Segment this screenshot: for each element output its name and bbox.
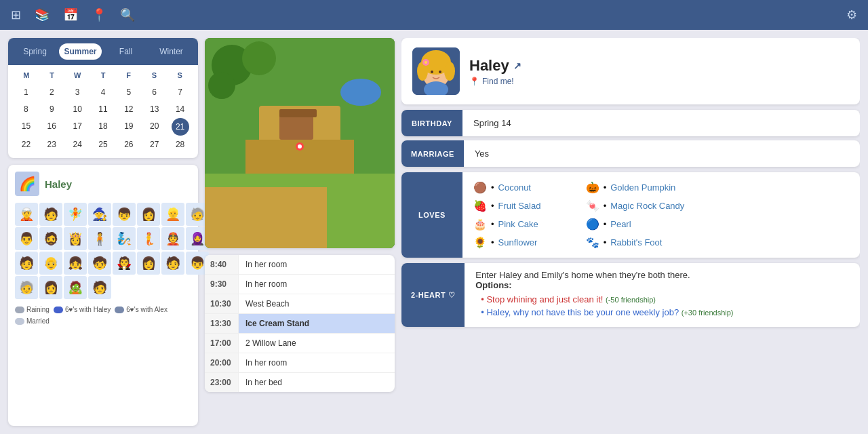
cal-day-17[interactable]: 17 [65,118,90,136]
find-me-link[interactable]: 📍 Find me! [469,77,521,86]
sprite-19[interactable]: 👧 [64,252,87,275]
day-name-s1: S [142,69,167,81]
loves-link-coconut[interactable]: Coconut [498,182,531,193]
svg-point-21 [444,62,455,81]
cal-day-15[interactable]: 15 [14,118,39,136]
season-tab-fall[interactable]: Fall [104,43,147,60]
legend-raining: Raining [15,306,50,313]
settings-icon[interactable]: ⚙ [846,8,857,22]
loves-link-pearl[interactable]: Pearl [610,219,631,229]
cal-day-19[interactable]: 19 [116,118,141,136]
legend-haley-hearts: 6♥'s with Haley [54,306,111,313]
loves-link-rabbits-foot[interactable]: Rabbit's Foot [610,237,662,248]
sprite-23[interactable]: 🧑 [161,252,184,275]
calendar-days: 1 2 3 4 5 6 7 8 9 10 11 12 13 14 15 16 1 [14,84,193,153]
option-2: • Haley, why not have this be your one w… [475,307,733,317]
external-link-icon[interactable]: ↗ [513,60,521,71]
legend-label-raining: Raining [26,306,50,313]
sprite-11[interactable]: 👸 [64,227,87,250]
sunflower-icon: 🌻 [473,236,487,249]
pearl-icon: 🔵 [586,218,599,231]
cal-day-13[interactable]: 13 [142,101,167,117]
loves-item-fruit-salad: 🍓 • Fruit Salad [473,197,572,214]
cal-day-11[interactable]: 11 [91,101,116,117]
search-icon[interactable]: 🔍 [120,7,135,22]
sprite-9[interactable]: 👨 [15,227,38,250]
sprite-26[interactable]: 👩 [39,276,62,299]
character-profile: Haley ↗ 📍 Find me! [401,38,860,104]
loves-link-sunflower[interactable]: Sunflower [498,237,538,248]
day-name-f: F [116,69,142,81]
cal-day-4[interactable]: 4 [91,84,116,100]
character-legend: Raining 6♥'s with Haley 6♥'s with Alex M… [15,306,191,325]
sprite-6[interactable]: 👩 [137,203,160,226]
loves-link-pink-cake[interactable]: Pink Cake [498,219,538,229]
schedule-row-2000: 20:00 In her room [205,353,395,373]
sprite-5[interactable]: 👦 [113,203,136,226]
loves-link-golden-pumpkin[interactable]: Golden Pumpkin [610,182,675,193]
cal-day-23[interactable]: 23 [39,136,64,153]
cal-day-28[interactable]: 28 [167,136,193,153]
cal-day-27[interactable]: 27 [142,136,167,153]
cal-day-14[interactable]: 14 [167,101,193,117]
sprite-14[interactable]: 🧜 [137,227,160,250]
sprite-2[interactable]: 🧑 [39,203,62,226]
svg-point-23 [439,71,441,73]
cal-day-18[interactable]: 18 [91,118,116,136]
cal-day-25[interactable]: 25 [91,136,116,153]
map-container[interactable] [205,38,395,248]
sprite-7[interactable]: 👱 [161,203,184,226]
sprite-1[interactable]: 🧝 [15,203,38,226]
schedule-row-840: 8:40 In her room [205,255,395,275]
season-tab-winter[interactable]: Winter [150,43,193,60]
season-tab-spring[interactable]: Spring [14,43,56,60]
day-name-t2: T [90,69,116,81]
character-header: 🌈 Haley [15,172,191,196]
option-1-modifier: (-50 friendship) [606,296,656,304]
cal-day-7[interactable]: 7 [167,84,193,100]
cal-day-22[interactable]: 22 [14,136,39,153]
schedule-loc-2300: In her bed [239,373,395,392]
cal-day-20[interactable]: 20 [142,118,167,136]
sprite-17[interactable]: 🧑 [15,252,38,275]
cal-day-21-today[interactable]: 21 [172,118,189,136]
cal-day-5[interactable]: 5 [116,84,141,100]
cal-day-24[interactable]: 24 [65,136,90,153]
loves-link-magic-rock-candy[interactable]: Magic Rock Candy [610,201,684,211]
sprite-21[interactable]: 🧛 [113,252,136,275]
sprite-18[interactable]: 👴 [39,252,62,275]
legend-dot-raining [15,307,24,313]
cal-day-9[interactable]: 9 [39,101,64,117]
sprite-3[interactable]: 🧚 [64,203,87,226]
sprite-27[interactable]: 🧟 [64,276,87,299]
cal-day-12[interactable]: 12 [116,101,141,117]
cal-day-10[interactable]: 10 [65,101,90,117]
haley-portrait-svg [412,47,460,95]
cal-day-6[interactable]: 6 [142,84,167,100]
sprite-15[interactable]: 👲 [161,227,184,250]
calendar-icon[interactable]: 📅 [63,7,78,22]
grid-icon[interactable]: ⊞ [11,7,21,22]
sprite-4[interactable]: 🧙 [88,203,111,226]
rabbits-foot-icon: 🐾 [586,236,599,249]
option-2-text: • Haley, why not have this be your one w… [481,307,679,317]
cal-day-3[interactable]: 3 [65,84,90,100]
loves-link-fruit-salad[interactable]: Fruit Salad [498,201,541,211]
sprite-10[interactable]: 🧔 [39,227,62,250]
cal-day-26[interactable]: 26 [116,136,141,153]
sprite-25[interactable]: 🧓 [15,276,38,299]
golden-pumpkin-icon: 🎃 [586,181,599,194]
sprite-28[interactable]: 🧑 [88,276,111,299]
sprite-22[interactable]: 👩 [137,252,160,275]
cal-day-1[interactable]: 1 [14,84,39,100]
map-pin-icon[interactable]: 📍 [92,7,106,22]
cal-day-2[interactable]: 2 [39,84,64,100]
library-icon[interactable]: 📚 [35,7,50,22]
sprite-13[interactable]: 🧞 [113,227,136,250]
cal-day-8[interactable]: 8 [14,101,39,117]
season-tab-summer[interactable]: Summer [59,43,102,60]
sprite-20[interactable]: 🧒 [88,252,111,275]
legend-dot-alex [115,307,124,313]
sprite-12[interactable]: 🧍 [88,227,111,250]
cal-day-16[interactable]: 16 [39,118,64,136]
